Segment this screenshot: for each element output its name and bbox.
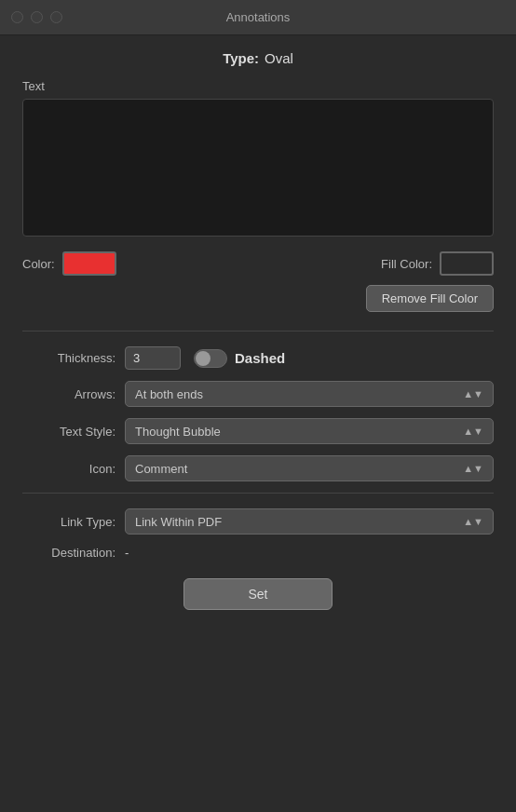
- color-label: Color:: [22, 257, 55, 271]
- arrows-label: Arrows:: [22, 387, 115, 401]
- color-row: Color: Fill Color:: [22, 251, 494, 276]
- destination-value: -: [125, 546, 129, 560]
- link-type-value: Link Within PDF: [135, 515, 222, 529]
- type-row: Type: Oval: [22, 50, 494, 66]
- thickness-input[interactable]: [125, 346, 181, 370]
- link-type-dropdown-arrow: ▲▼: [463, 517, 483, 527]
- maximize-button[interactable]: [50, 11, 62, 23]
- icon-value: Comment: [135, 462, 187, 476]
- thickness-label: Thickness:: [22, 351, 115, 365]
- minimize-button[interactable]: [31, 11, 43, 23]
- text-section-label: Text: [22, 79, 494, 93]
- text-area[interactable]: [22, 99, 494, 237]
- dashed-label: Dashed: [235, 350, 285, 366]
- arrows-row: Arrows: At both ends ▲▼: [22, 381, 494, 407]
- dashed-row: Dashed: [194, 349, 285, 368]
- type-label: Type:: [223, 50, 259, 66]
- link-type-row: Link Type: Link Within PDF ▲▼: [22, 508, 494, 535]
- icon-dropdown-arrow: ▲▼: [463, 464, 483, 474]
- type-value: Oval: [265, 50, 293, 66]
- icon-label: Icon:: [22, 462, 115, 476]
- remove-fill-button[interactable]: Remove Fill Color: [366, 285, 494, 312]
- arrows-dropdown-arrow: ▲▼: [463, 389, 483, 399]
- link-type-dropdown[interactable]: Link Within PDF ▲▼: [125, 508, 494, 535]
- link-type-label: Link Type:: [22, 515, 115, 529]
- traffic-lights: [11, 11, 62, 23]
- text-style-row: Text Style: Thought Bubble ▲▼: [22, 418, 494, 444]
- text-style-dropdown[interactable]: Thought Bubble ▲▼: [125, 418, 494, 444]
- destination-row: Destination: -: [22, 546, 494, 560]
- text-style-value: Thought Bubble: [135, 425, 221, 439]
- fill-color-label: Fill Color:: [381, 257, 432, 271]
- fill-color-group: Fill Color:: [381, 251, 494, 276]
- close-button[interactable]: [11, 11, 23, 23]
- text-style-label: Text Style:: [22, 425, 115, 439]
- arrows-value: At both ends: [135, 387, 203, 401]
- text-style-dropdown-arrow: ▲▼: [463, 426, 483, 437]
- window-title: Annotations: [226, 10, 291, 24]
- title-bar: Annotations: [0, 0, 516, 35]
- toggle-knob: [196, 351, 210, 366]
- remove-fill-row: Remove Fill Color: [22, 285, 494, 312]
- icon-dropdown[interactable]: Comment ▲▼: [125, 455, 494, 481]
- arrows-dropdown[interactable]: At both ends ▲▼: [125, 381, 494, 407]
- set-button[interactable]: Set: [183, 578, 333, 610]
- color-swatch[interactable]: [62, 251, 116, 276]
- icon-row: Icon: Comment ▲▼: [22, 455, 494, 481]
- color-group: Color:: [22, 251, 116, 276]
- thickness-row: Thickness: Dashed: [22, 346, 494, 370]
- fill-color-swatch[interactable]: [440, 251, 494, 276]
- destination-label: Destination:: [22, 546, 115, 560]
- dashed-toggle[interactable]: [194, 349, 227, 368]
